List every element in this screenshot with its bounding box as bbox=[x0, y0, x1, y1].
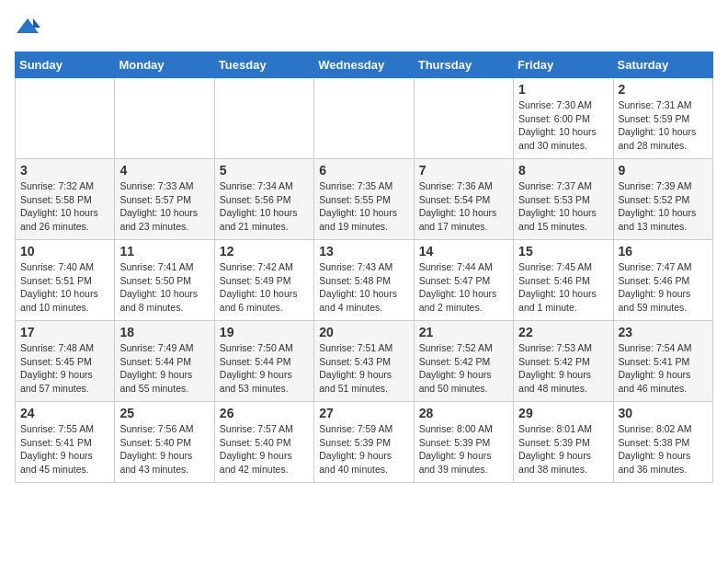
day-info: Sunrise: 7:43 AM Sunset: 5:48 PM Dayligh… bbox=[319, 260, 408, 315]
day-number: 30 bbox=[619, 406, 708, 420]
calendar-cell: 6Sunrise: 7:35 AM Sunset: 5:55 PM Daylig… bbox=[314, 159, 414, 240]
day-info: Sunrise: 8:00 AM Sunset: 5:39 PM Dayligh… bbox=[419, 422, 508, 477]
day-number: 11 bbox=[119, 244, 209, 259]
day-number: 12 bbox=[220, 244, 309, 259]
calendar-table: SundayMondayTuesdayWednesdayThursdayFrid… bbox=[15, 52, 713, 483]
day-info: Sunrise: 8:01 AM Sunset: 5:39 PM Dayligh… bbox=[518, 422, 608, 477]
calendar-week-row: 3Sunrise: 7:32 AM Sunset: 5:58 PM Daylig… bbox=[16, 159, 713, 240]
day-info: Sunrise: 7:48 AM Sunset: 5:45 PM Dayligh… bbox=[20, 341, 109, 396]
calendar-cell: 22Sunrise: 7:53 AM Sunset: 5:42 PM Dayli… bbox=[514, 321, 613, 402]
calendar-cell: 28Sunrise: 8:00 AM Sunset: 5:39 PM Dayli… bbox=[414, 402, 513, 483]
day-number: 10 bbox=[20, 244, 109, 259]
day-number: 23 bbox=[619, 325, 708, 339]
day-info: Sunrise: 7:33 AM Sunset: 5:57 PM Dayligh… bbox=[119, 179, 209, 234]
calendar-cell: 16Sunrise: 7:47 AM Sunset: 5:46 PM Dayli… bbox=[613, 240, 712, 321]
day-info: Sunrise: 7:40 AM Sunset: 5:51 PM Dayligh… bbox=[20, 260, 109, 315]
day-number: 6 bbox=[319, 163, 408, 178]
header bbox=[15, 15, 713, 40]
calendar-cell: 27Sunrise: 7:59 AM Sunset: 5:39 PM Dayli… bbox=[314, 402, 414, 483]
weekday-header-friday: Friday bbox=[514, 52, 613, 78]
calendar-cell: 20Sunrise: 7:51 AM Sunset: 5:43 PM Dayli… bbox=[314, 321, 414, 402]
day-info: Sunrise: 7:34 AM Sunset: 5:56 PM Dayligh… bbox=[220, 179, 309, 234]
day-number: 28 bbox=[419, 406, 508, 420]
calendar-cell: 30Sunrise: 8:02 AM Sunset: 5:38 PM Dayli… bbox=[613, 402, 712, 483]
day-info: Sunrise: 7:50 AM Sunset: 5:44 PM Dayligh… bbox=[220, 341, 309, 396]
day-number: 16 bbox=[619, 244, 708, 259]
calendar-cell: 7Sunrise: 7:36 AM Sunset: 5:54 PM Daylig… bbox=[414, 159, 513, 240]
day-info: Sunrise: 7:47 AM Sunset: 5:46 PM Dayligh… bbox=[619, 260, 708, 315]
day-number: 17 bbox=[20, 325, 109, 339]
day-number: 14 bbox=[419, 244, 508, 259]
day-number: 21 bbox=[419, 325, 508, 339]
day-number: 22 bbox=[518, 325, 608, 339]
logo-icon bbox=[15, 15, 40, 40]
day-info: Sunrise: 7:54 AM Sunset: 5:41 PM Dayligh… bbox=[619, 341, 708, 396]
calendar-cell: 21Sunrise: 7:52 AM Sunset: 5:42 PM Dayli… bbox=[414, 321, 513, 402]
calendar-cell: 3Sunrise: 7:32 AM Sunset: 5:58 PM Daylig… bbox=[16, 159, 115, 240]
calendar-cell bbox=[214, 78, 313, 159]
day-number: 29 bbox=[518, 406, 608, 420]
day-info: Sunrise: 7:42 AM Sunset: 5:49 PM Dayligh… bbox=[220, 260, 309, 315]
day-number: 27 bbox=[319, 406, 408, 420]
day-number: 1 bbox=[518, 82, 608, 97]
calendar-cell: 26Sunrise: 7:57 AM Sunset: 5:40 PM Dayli… bbox=[214, 402, 313, 483]
calendar-cell: 10Sunrise: 7:40 AM Sunset: 5:51 PM Dayli… bbox=[16, 240, 115, 321]
day-number: 24 bbox=[20, 406, 109, 420]
day-info: Sunrise: 7:51 AM Sunset: 5:43 PM Dayligh… bbox=[319, 341, 408, 396]
svg-marker-1 bbox=[33, 18, 40, 28]
day-number: 18 bbox=[119, 325, 209, 339]
calendar-cell: 13Sunrise: 7:43 AM Sunset: 5:48 PM Dayli… bbox=[314, 240, 414, 321]
day-info: Sunrise: 7:52 AM Sunset: 5:42 PM Dayligh… bbox=[419, 341, 508, 396]
weekday-header-row: SundayMondayTuesdayWednesdayThursdayFrid… bbox=[16, 52, 713, 78]
calendar-cell bbox=[16, 78, 115, 159]
calendar-cell: 23Sunrise: 7:54 AM Sunset: 5:41 PM Dayli… bbox=[613, 321, 712, 402]
day-info: Sunrise: 7:56 AM Sunset: 5:40 PM Dayligh… bbox=[119, 422, 209, 477]
calendar-cell: 29Sunrise: 8:01 AM Sunset: 5:39 PM Dayli… bbox=[514, 402, 613, 483]
day-number: 2 bbox=[619, 82, 708, 97]
calendar-cell: 14Sunrise: 7:44 AM Sunset: 5:47 PM Dayli… bbox=[414, 240, 513, 321]
day-number: 13 bbox=[319, 244, 408, 259]
calendar-cell: 25Sunrise: 7:56 AM Sunset: 5:40 PM Dayli… bbox=[115, 402, 214, 483]
day-info: Sunrise: 7:59 AM Sunset: 5:39 PM Dayligh… bbox=[319, 422, 408, 477]
calendar-week-row: 17Sunrise: 7:48 AM Sunset: 5:45 PM Dayli… bbox=[16, 321, 713, 402]
calendar-cell bbox=[414, 78, 513, 159]
calendar-cell: 15Sunrise: 7:45 AM Sunset: 5:46 PM Dayli… bbox=[514, 240, 613, 321]
day-number: 9 bbox=[619, 163, 708, 178]
day-info: Sunrise: 7:36 AM Sunset: 5:54 PM Dayligh… bbox=[419, 179, 508, 234]
calendar-cell: 1Sunrise: 7:30 AM Sunset: 6:00 PM Daylig… bbox=[514, 78, 613, 159]
weekday-header-sunday: Sunday bbox=[16, 52, 115, 78]
calendar-cell: 24Sunrise: 7:55 AM Sunset: 5:41 PM Dayli… bbox=[16, 402, 115, 483]
day-number: 20 bbox=[319, 325, 408, 339]
weekday-header-wednesday: Wednesday bbox=[314, 52, 414, 78]
day-info: Sunrise: 8:02 AM Sunset: 5:38 PM Dayligh… bbox=[619, 422, 708, 477]
day-number: 8 bbox=[518, 163, 608, 178]
day-info: Sunrise: 7:53 AM Sunset: 5:42 PM Dayligh… bbox=[518, 341, 608, 396]
calendar-cell bbox=[314, 78, 414, 159]
day-number: 7 bbox=[419, 163, 508, 178]
weekday-header-saturday: Saturday bbox=[613, 52, 712, 78]
weekday-header-monday: Monday bbox=[115, 52, 214, 78]
calendar-week-row: 10Sunrise: 7:40 AM Sunset: 5:51 PM Dayli… bbox=[16, 240, 713, 321]
day-number: 4 bbox=[119, 163, 209, 178]
day-info: Sunrise: 7:35 AM Sunset: 5:55 PM Dayligh… bbox=[319, 179, 408, 234]
logo bbox=[15, 15, 44, 40]
day-info: Sunrise: 7:44 AM Sunset: 5:47 PM Dayligh… bbox=[419, 260, 508, 315]
calendar-cell: 17Sunrise: 7:48 AM Sunset: 5:45 PM Dayli… bbox=[16, 321, 115, 402]
day-info: Sunrise: 7:39 AM Sunset: 5:52 PM Dayligh… bbox=[619, 179, 708, 234]
day-info: Sunrise: 7:37 AM Sunset: 5:53 PM Dayligh… bbox=[518, 179, 608, 234]
calendar-cell: 19Sunrise: 7:50 AM Sunset: 5:44 PM Dayli… bbox=[214, 321, 313, 402]
day-number: 15 bbox=[518, 244, 608, 259]
calendar-week-row: 1Sunrise: 7:30 AM Sunset: 6:00 PM Daylig… bbox=[16, 78, 713, 159]
day-info: Sunrise: 7:31 AM Sunset: 5:59 PM Dayligh… bbox=[619, 98, 708, 153]
calendar-cell: 11Sunrise: 7:41 AM Sunset: 5:50 PM Dayli… bbox=[115, 240, 214, 321]
calendar-week-row: 24Sunrise: 7:55 AM Sunset: 5:41 PM Dayli… bbox=[16, 402, 713, 483]
day-info: Sunrise: 7:49 AM Sunset: 5:44 PM Dayligh… bbox=[119, 341, 209, 396]
weekday-header-tuesday: Tuesday bbox=[214, 52, 313, 78]
day-info: Sunrise: 7:32 AM Sunset: 5:58 PM Dayligh… bbox=[20, 179, 109, 234]
calendar-cell: 4Sunrise: 7:33 AM Sunset: 5:57 PM Daylig… bbox=[115, 159, 214, 240]
day-info: Sunrise: 7:55 AM Sunset: 5:41 PM Dayligh… bbox=[20, 422, 109, 477]
calendar-cell: 18Sunrise: 7:49 AM Sunset: 5:44 PM Dayli… bbox=[115, 321, 214, 402]
calendar-cell: 12Sunrise: 7:42 AM Sunset: 5:49 PM Dayli… bbox=[214, 240, 313, 321]
day-number: 5 bbox=[220, 163, 309, 178]
calendar-cell: 9Sunrise: 7:39 AM Sunset: 5:52 PM Daylig… bbox=[613, 159, 712, 240]
